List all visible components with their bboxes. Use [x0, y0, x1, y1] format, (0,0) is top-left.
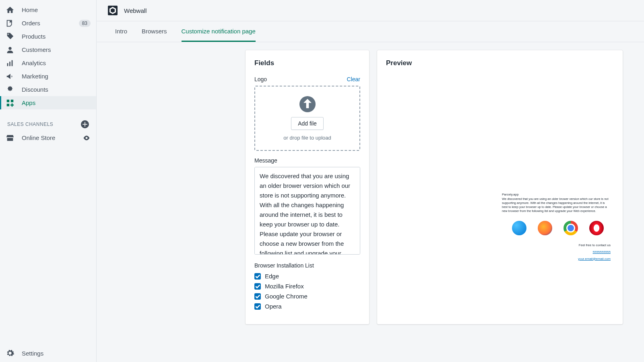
logo-dropzone[interactable]: Add file or drop file to upload — [254, 86, 360, 151]
preview-message: We discovered that you are using an olde… — [502, 197, 611, 214]
svg-rect-4 — [7, 99, 9, 102]
sidebar-item-analytics[interactable]: Analytics — [0, 56, 96, 70]
preview-card: Preview Parcely.app We discovered that y… — [377, 50, 623, 324]
sidebar-item-label: Marketing — [22, 73, 91, 80]
edge-icon — [512, 221, 526, 235]
sidebar-item-label: Online Store — [22, 134, 83, 141]
sidebar-item-label: Settings — [22, 350, 43, 357]
sidebar-item-home[interactable]: Home — [0, 3, 96, 16]
preview-card-title: Preview — [386, 59, 614, 67]
person-icon — [6, 45, 14, 54]
sidebar-item-marketing[interactable]: Marketing — [0, 70, 96, 83]
home-icon — [6, 6, 14, 14]
view-store-button[interactable] — [83, 134, 91, 142]
preview-phone-link[interactable]: 5555555555 — [502, 250, 611, 254]
drop-hint-text: or drop file to upload — [283, 135, 331, 141]
tab-intro[interactable]: Intro — [115, 21, 127, 42]
clear-logo-link[interactable]: Clear — [347, 76, 360, 82]
svg-rect-5 — [11, 99, 13, 102]
sidebar-item-orders[interactable]: Orders 83 — [0, 16, 96, 30]
checkbox-opera[interactable]: Opera — [254, 303, 360, 310]
sidebar-item-settings[interactable]: Settings — [0, 344, 96, 362]
sidebar-item-apps[interactable]: Apps — [0, 96, 96, 109]
sidebar-item-label: Discounts — [22, 86, 91, 93]
chrome-icon — [564, 221, 578, 235]
apps-icon — [6, 99, 14, 107]
checkbox-label: Mozilla Firefox — [265, 283, 304, 290]
checkbox-icon — [254, 293, 261, 300]
opera-icon — [589, 221, 604, 235]
sidebar-item-label: Analytics — [22, 60, 91, 66]
sidebar-item-label: Orders — [22, 20, 79, 27]
megaphone-icon — [6, 72, 14, 81]
orders-icon — [6, 19, 14, 28]
sidebar-item-customers[interactable]: Customers — [0, 43, 96, 56]
sidebar-item-label: Apps — [22, 99, 91, 106]
checkbox-edge[interactable]: Edge — [254, 273, 360, 280]
preview-brand: Parcely.app — [502, 193, 611, 196]
sidebar-item-label: Products — [22, 33, 91, 40]
add-file-button[interactable]: Add file — [291, 117, 324, 130]
fields-card-title: Fields — [254, 59, 360, 67]
sidebar-item-products[interactable]: Products — [0, 30, 96, 43]
svg-rect-6 — [7, 103, 9, 106]
gear-icon — [6, 349, 14, 358]
checkbox-icon — [254, 283, 261, 290]
checkbox-label: Google Chrome — [265, 293, 308, 300]
sales-channels-heading: SALES CHANNELS — [7, 121, 53, 127]
checkbox-label: Opera — [265, 303, 282, 310]
browser-list-label: Browser Installation List — [254, 262, 360, 269]
svg-rect-2 — [9, 62, 10, 66]
app-logo-icon — [108, 6, 118, 15]
add-channel-button[interactable] — [81, 120, 89, 128]
checkbox-icon — [254, 273, 261, 280]
firefox-icon — [538, 221, 552, 235]
discount-icon — [6, 85, 14, 94]
checkbox-chrome[interactable]: Google Chrome — [254, 293, 360, 300]
tab-customize-notification-page[interactable]: Customize notification page — [182, 21, 256, 42]
preview-browser-icons — [502, 221, 611, 235]
logo-label: Logo — [254, 76, 267, 82]
tab-browsers[interactable]: Browsers — [142, 21, 167, 42]
checkbox-label: Edge — [265, 273, 279, 280]
sidebar-item-discounts[interactable]: Discounts — [0, 83, 96, 96]
sidebar-item-label: Customers — [22, 46, 91, 53]
checkbox-firefox[interactable]: Mozilla Firefox — [254, 283, 360, 290]
svg-rect-3 — [12, 60, 13, 66]
orders-badge: 83 — [79, 20, 91, 27]
svg-point-0 — [8, 47, 11, 49]
tag-icon — [6, 32, 14, 41]
analytics-icon — [6, 59, 14, 68]
preview-contact-hint: Feel free to contact us — [502, 243, 611, 247]
app-header: Webwall — [97, 0, 644, 21]
sidebar-item-label: Home — [22, 6, 91, 13]
message-label: Message — [254, 157, 360, 164]
app-title: Webwall — [124, 7, 147, 14]
svg-rect-1 — [7, 63, 8, 66]
sidebar-item-online-store[interactable]: Online Store — [0, 131, 96, 144]
fields-card: Fields Logo Clear Add file or drop file … — [246, 50, 369, 324]
store-icon — [6, 134, 14, 142]
message-textarea[interactable] — [254, 167, 360, 255]
upload-icon — [299, 96, 316, 112]
checkbox-icon — [254, 303, 261, 310]
preview-email-link[interactable]: your.email@email.com — [502, 257, 611, 261]
